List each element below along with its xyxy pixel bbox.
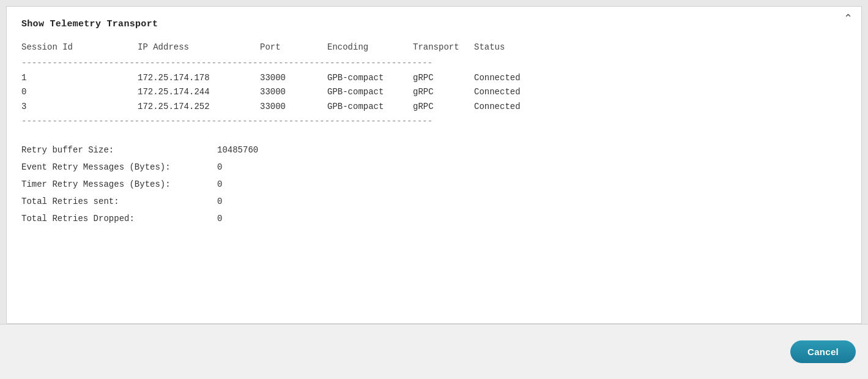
row1-transport: gRPC bbox=[413, 71, 474, 86]
stat-value-retry-buffer: 10485760 bbox=[217, 141, 258, 159]
stat-value-event-retry: 0 bbox=[217, 159, 222, 176]
col-session-id: Session Id bbox=[21, 40, 138, 55]
stat-label-timer-retry: Timer Retry Messages (Bytes): bbox=[21, 176, 217, 193]
table-row: 0172.25.174.24433000GPB-compactgRPCConne… bbox=[21, 85, 847, 100]
telemetry-table: Session IdIP AddressPortEncodingTranspor… bbox=[21, 40, 847, 129]
stat-row-timer-retry: Timer Retry Messages (Bytes): 0 bbox=[21, 176, 847, 193]
stat-label-total-sent: Total Retries sent: bbox=[21, 193, 217, 210]
row2-encoding: GPB-compact bbox=[327, 85, 413, 100]
bottom-bar: Cancel bbox=[0, 324, 868, 379]
row3-session-id: 3 bbox=[21, 100, 138, 114]
col-status: Status bbox=[474, 42, 505, 52]
row1-status: Connected bbox=[474, 73, 521, 83]
stat-label-total-dropped: Total Retries Dropped: bbox=[21, 210, 217, 227]
table-row: 1172.25.174.17833000GPB-compactgRPCConne… bbox=[21, 71, 847, 86]
stat-row-total-sent: Total Retries sent: 0 bbox=[21, 193, 847, 210]
cancel-button[interactable]: Cancel bbox=[790, 340, 856, 363]
table-divider-top: ----------------------------------------… bbox=[21, 56, 847, 71]
col-encoding: Encoding bbox=[327, 40, 413, 55]
row3-status: Connected bbox=[474, 102, 521, 111]
row2-ip: 172.25.174.244 bbox=[138, 85, 260, 100]
telemetry-panel: ⌃ Show Telemetry Transport Session IdIP … bbox=[6, 6, 862, 324]
row3-transport: gRPC bbox=[413, 100, 474, 114]
row1-session-id: 1 bbox=[21, 71, 138, 86]
content-area: Show Telemetry Transport Session IdIP Ad… bbox=[7, 7, 861, 242]
row3-port: 33000 bbox=[260, 100, 327, 114]
row2-port: 33000 bbox=[260, 85, 327, 100]
col-ip-address: IP Address bbox=[138, 40, 260, 55]
row1-port: 33000 bbox=[260, 71, 327, 86]
table-divider-bottom: ----------------------------------------… bbox=[21, 114, 847, 129]
stat-row-total-dropped: Total Retries Dropped: 0 bbox=[21, 210, 847, 227]
stat-value-total-dropped: 0 bbox=[217, 210, 222, 227]
stat-value-timer-retry: 0 bbox=[217, 176, 222, 193]
stat-row-event-retry: Event Retry Messages (Bytes): 0 bbox=[21, 159, 847, 176]
col-transport: Transport bbox=[413, 40, 474, 55]
stat-label-retry-buffer: Retry buffer Size: bbox=[21, 141, 217, 159]
stats-section: Retry buffer Size: 10485760 Event Retry … bbox=[21, 141, 847, 227]
row1-ip: 172.25.174.178 bbox=[138, 71, 260, 86]
col-port: Port bbox=[260, 40, 327, 55]
row2-transport: gRPC bbox=[413, 85, 474, 100]
panel-title: Show Telemetry Transport bbox=[21, 19, 847, 29]
row2-session-id: 0 bbox=[21, 85, 138, 100]
stat-label-event-retry: Event Retry Messages (Bytes): bbox=[21, 159, 217, 176]
stat-row-retry-buffer: Retry buffer Size: 10485760 bbox=[21, 141, 847, 159]
table-row: 3172.25.174.25233000GPB-compactgRPCConne… bbox=[21, 100, 847, 114]
row3-ip: 172.25.174.252 bbox=[138, 100, 260, 114]
collapse-button[interactable]: ⌃ bbox=[844, 13, 853, 24]
row1-encoding: GPB-compact bbox=[327, 71, 413, 86]
table-header: Session IdIP AddressPortEncodingTranspor… bbox=[21, 40, 847, 55]
row3-encoding: GPB-compact bbox=[327, 100, 413, 114]
stat-value-total-sent: 0 bbox=[217, 193, 222, 210]
row2-status: Connected bbox=[474, 87, 521, 97]
